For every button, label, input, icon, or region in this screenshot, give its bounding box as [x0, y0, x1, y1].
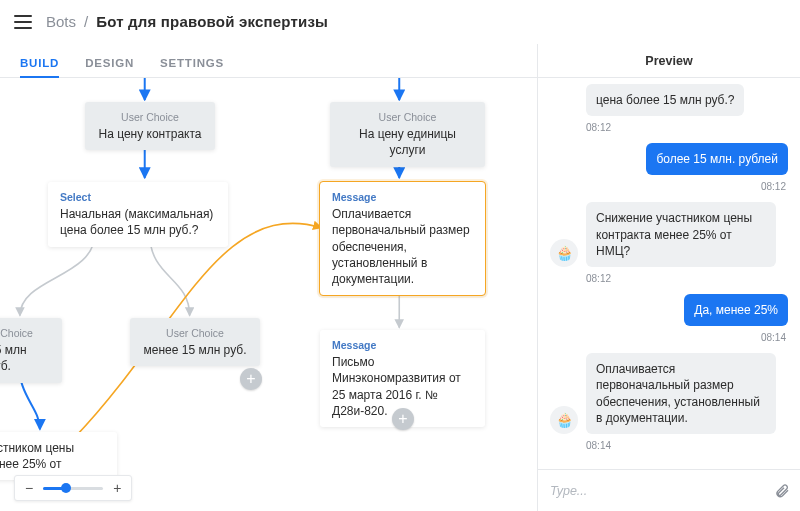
- attachment-icon[interactable]: [774, 482, 790, 500]
- bot-avatar: 🧁: [550, 406, 578, 434]
- message-bubble: цена более 15 млн руб.?: [586, 84, 744, 116]
- add-node-button[interactable]: +: [240, 368, 262, 390]
- menu-icon[interactable]: [14, 15, 32, 29]
- message-bubble: Да, менее 25%: [684, 294, 788, 326]
- node-kind: User Choice: [97, 110, 203, 124]
- bot-message: 🧁цена более 15 млн руб.?: [550, 84, 788, 116]
- zoom-in-button[interactable]: +: [111, 480, 123, 496]
- node-select-nmc[interactable]: Select Начальная (максимальная) цена бол…: [48, 182, 228, 247]
- node-text: менее 15 млн руб.: [142, 342, 248, 358]
- node-user-choice-contract[interactable]: User Choice На цену контракта: [85, 102, 215, 150]
- zoom-out-button[interactable]: −: [23, 480, 35, 496]
- tab-design[interactable]: DESIGN: [85, 57, 134, 77]
- zoom-slider[interactable]: [43, 487, 103, 490]
- bot-avatar: 🧁: [550, 239, 578, 267]
- message-bubble: Оплачивается первоначальный размер обесп…: [586, 353, 776, 434]
- preview-title: Preview: [538, 44, 800, 78]
- breadcrumb: Bots / Бот для правовой экспертизы: [46, 13, 328, 30]
- node-message-pay[interactable]: Message Оплачивается первоначальный разм…: [320, 182, 485, 295]
- node-text: Начальная (максимальная) цена более 15 м…: [60, 206, 216, 238]
- bot-message: 🧁Оплачивается первоначальный размер обес…: [550, 353, 788, 434]
- node-kind: Message: [332, 190, 473, 204]
- flow-canvas[interactable]: User Choice На цену контракта User Choic…: [0, 78, 537, 511]
- node-kind: User Choice: [142, 326, 248, 340]
- message-timestamp: 08:12: [550, 181, 786, 192]
- message-input[interactable]: [548, 483, 766, 499]
- node-text: 15 млн руб.: [0, 342, 50, 374]
- message-timestamp: 08:14: [550, 332, 786, 343]
- node-user-choice-lt15[interactable]: User Choice менее 15 млн руб.: [130, 318, 260, 366]
- node-text: частником цены менее 25% от: [0, 440, 105, 472]
- message-bubble: Снижение участником цены контракта менее…: [586, 202, 776, 267]
- add-node-button[interactable]: +: [392, 408, 414, 430]
- node-text: Оплачивается первоначальный размер обесп…: [332, 206, 473, 287]
- node-kind: User Choice: [342, 110, 473, 124]
- zoom-control: − +: [14, 475, 132, 501]
- tab-build[interactable]: BUILD: [20, 57, 59, 77]
- node-user-choice-unit[interactable]: User Choice На цену единицы услуги: [330, 102, 485, 167]
- node-text: На цену единицы услуги: [342, 126, 473, 158]
- message-timestamp: 08:12: [586, 273, 788, 284]
- chat-scroll[interactable]: 🧁цена более 15 млн руб.?08:12более 15 мл…: [538, 78, 800, 469]
- node-kind: er Choice: [0, 326, 50, 340]
- node-text: На цену контракта: [97, 126, 203, 142]
- node-kind: Message: [332, 338, 473, 352]
- breadcrumb-root[interactable]: Bots: [46, 13, 76, 30]
- bot-message: 🧁Снижение участником цены контракта мене…: [550, 202, 788, 267]
- breadcrumb-sep: /: [84, 13, 88, 30]
- breadcrumb-title: Бот для правовой экспертизы: [96, 13, 328, 30]
- message-bubble: более 15 млн. рублей: [646, 143, 788, 175]
- user-message: Да, менее 25%: [550, 294, 788, 326]
- node-user-choice-gt15[interactable]: er Choice 15 млн руб.: [0, 318, 62, 383]
- node-select-reduce[interactable]: частником цены менее 25% от: [0, 432, 117, 480]
- message-timestamp: 08:12: [586, 122, 788, 133]
- node-kind: Select: [60, 190, 216, 204]
- tab-settings[interactable]: SETTINGS: [160, 57, 224, 77]
- builder-tabs: BUILD DESIGN SETTINGS: [0, 44, 537, 78]
- user-message: более 15 млн. рублей: [550, 143, 788, 175]
- message-timestamp: 08:14: [586, 440, 788, 451]
